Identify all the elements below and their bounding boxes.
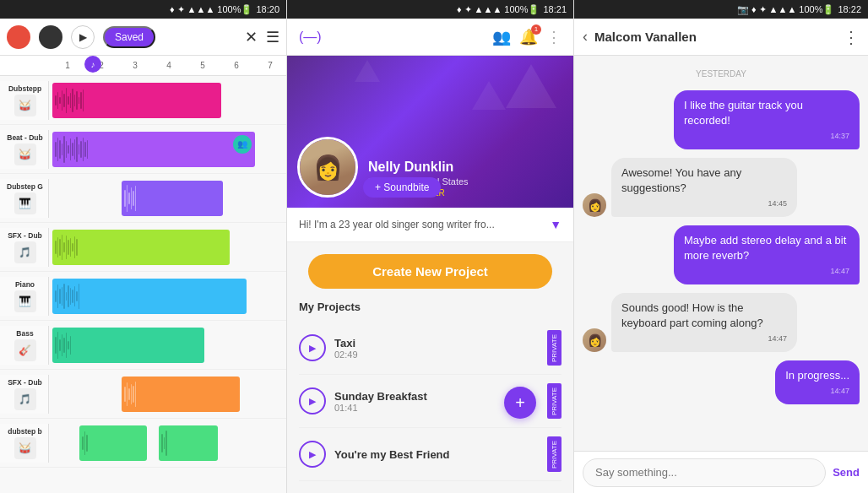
track-content[interactable] xyxy=(49,321,286,369)
more-icon[interactable]: ⋮ xyxy=(546,28,561,46)
table-row: Dubstep G 🎹 xyxy=(0,174,286,223)
message-time: 14:47 xyxy=(785,386,849,397)
message-row: Maybe add stereo delay and a bit more re… xyxy=(583,225,860,284)
chat-date-divider: YESTERDAY xyxy=(583,69,860,79)
track-content[interactable] xyxy=(49,223,286,271)
message-row: 👩 Awesome! You have any suggestions? 14:… xyxy=(583,158,860,217)
track-block[interactable] xyxy=(122,377,240,412)
message-time: 14:45 xyxy=(621,198,787,209)
chat-top-bar: ‹ Malcom Vanallen ⋮ xyxy=(574,19,868,56)
track-label: dubstep b 🥁 xyxy=(0,424,49,463)
profile-back-icon[interactable]: (—) xyxy=(299,30,322,45)
table-row: Piano 🎹 xyxy=(0,272,286,321)
track-label: Piano 🎹 xyxy=(0,277,49,316)
music-note-icon: ♪ xyxy=(91,60,95,69)
notification-icon[interactable]: 🔔 1 xyxy=(519,28,538,46)
track-content[interactable] xyxy=(49,76,286,124)
avatar: 👩 xyxy=(583,328,606,352)
track-content[interactable]: 👥 xyxy=(49,125,286,173)
track-label: Dubstepp 🥁 xyxy=(0,81,49,120)
message-row: In progress... 14:47 xyxy=(583,360,860,404)
message-text: Awesome! You have any suggestions? xyxy=(621,166,741,194)
soundbite-button[interactable]: + Soundbite xyxy=(363,177,441,198)
status-bar-daw: ♦ ✦ ▲▲▲ 100%🔋 18:20 xyxy=(0,0,286,19)
chat-title: Malcom Vanallen xyxy=(594,30,836,44)
table-row: SFX - Dub 🎵 xyxy=(0,370,286,419)
message-input[interactable] xyxy=(583,458,826,487)
message-row: I like the guitar track you recorded! 14… xyxy=(583,90,860,149)
track-label: Beat - Dub 🥁 xyxy=(0,130,49,169)
profile-bio: Hi! I'm a 23 year old singer song writer… xyxy=(287,208,573,242)
chat-bubble: Maybe add stereo delay and a bit more re… xyxy=(674,225,860,284)
play-sunday-button[interactable]: ▶ xyxy=(299,387,326,414)
profile-banner: 👩 Nelly Dunklin New York, United States … xyxy=(287,56,573,208)
timeline-num-3: 3 xyxy=(118,61,152,70)
chat-bubble: I like the guitar track you recorded! 14… xyxy=(674,90,860,149)
timeline-num-6: 6 xyxy=(220,61,253,70)
collab-badge[interactable]: 👥 xyxy=(233,135,252,154)
track-content[interactable] xyxy=(49,370,286,418)
list-item: ▶ You're my Best Friend PRIVATE xyxy=(299,428,561,481)
play-taxi-button[interactable]: ▶ xyxy=(299,334,326,361)
track-icon: 🥁 xyxy=(14,95,36,116)
table-row: Bass 🎸 xyxy=(0,321,286,370)
chat-input-bar: Send xyxy=(574,451,868,493)
track-block[interactable] xyxy=(79,425,147,461)
menu-icon[interactable]: ☰ xyxy=(266,28,279,46)
status-time-3: 18:22 xyxy=(838,4,861,14)
message-text: Sounds good! How is the keyboard part co… xyxy=(621,301,763,329)
message-time: 14:47 xyxy=(684,266,849,277)
list-item: ▶ Taxi 02:49 PRIVATE xyxy=(299,322,561,375)
profile-panel: ♦ ✦ ▲▲▲ 100%🔋 18:21 (—) 👥 🔔 1 ⋮ 👩 Nelly … xyxy=(287,0,574,493)
timeline-num-4: 4 xyxy=(152,61,186,70)
list-item: ▶ Sunday Breakfast 01:41 + PRIVATE xyxy=(299,375,561,428)
saved-button[interactable]: Saved xyxy=(103,26,155,48)
track-content[interactable] xyxy=(49,174,286,222)
message-text: Maybe add stereo delay and a bit more re… xyxy=(684,234,846,262)
status-time-2: 18:21 xyxy=(543,4,567,14)
send-button[interactable]: Send xyxy=(833,466,860,479)
avatar: 👩 xyxy=(583,193,606,217)
table-row: SFX - Dub 🎵 xyxy=(0,223,286,272)
my-projects-title: My Projects xyxy=(299,301,561,313)
track-block[interactable] xyxy=(52,83,221,118)
back-button[interactable]: ‹ xyxy=(583,28,588,46)
track-block[interactable] xyxy=(159,425,218,461)
project-name: Taxi xyxy=(334,337,547,349)
track-icon: 🎵 xyxy=(14,388,36,410)
table-row: dubstep b 🥁 xyxy=(0,419,286,468)
message-row: 👩 Sounds good! How is the keyboard part … xyxy=(583,293,860,352)
create-project-button[interactable]: Create New Project xyxy=(308,254,551,289)
timeline-num-1: 1 xyxy=(51,61,84,70)
track-content[interactable] xyxy=(49,419,286,467)
status-icons-2: ♦ ✦ ▲▲▲ 100%🔋 xyxy=(457,4,540,15)
status-icons: ♦ ✦ ▲▲▲ 100%🔋 xyxy=(170,4,253,15)
track-block[interactable]: 👥 xyxy=(52,132,255,167)
play-button[interactable]: ▶ xyxy=(71,25,95,49)
track-label: Dubstep G 🎹 xyxy=(0,179,49,218)
track-label: SFX - Dub 🎵 xyxy=(0,375,49,414)
chat-bubble: In progress... 14:47 xyxy=(775,360,860,404)
message-text: In progress... xyxy=(785,369,849,382)
track-block[interactable] xyxy=(52,230,230,265)
project-name: You're my Best Friend xyxy=(334,448,547,461)
track-content[interactable] xyxy=(49,272,286,320)
collab-icon[interactable]: 👥 xyxy=(492,28,511,46)
stop-button[interactable] xyxy=(39,25,62,49)
record-button[interactable] xyxy=(7,25,30,49)
track-icon: 🥁 xyxy=(14,437,36,459)
fab-add-button[interactable]: + xyxy=(504,387,536,419)
play-bestfriend-button[interactable]: ▶ xyxy=(299,441,326,468)
chat-more-icon[interactable]: ⋮ xyxy=(843,27,860,47)
project-details: Taxi 02:49 xyxy=(334,337,547,360)
timeline-num-7: 7 xyxy=(253,61,287,70)
track-block[interactable] xyxy=(52,279,247,314)
expand-icon[interactable]: ▼ xyxy=(550,218,561,231)
track-block[interactable] xyxy=(52,328,204,363)
private-badge: PRIVATE xyxy=(547,330,561,366)
chat-bubble: Awesome! You have any suggestions? 14:45 xyxy=(611,158,797,217)
my-projects-section: My Projects ▶ Taxi 02:49 PRIVATE ▶ Sunda… xyxy=(287,301,573,481)
tools-icon[interactable]: ✕ xyxy=(245,28,258,46)
message-text: I like the guitar track you recorded! xyxy=(684,99,803,127)
track-block[interactable] xyxy=(122,181,223,216)
